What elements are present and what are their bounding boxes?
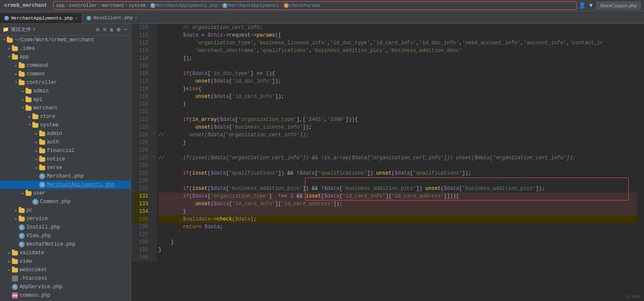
tab-base-client[interactable]: C BaseClient.php ✕	[82, 12, 142, 23]
tree-admin[interactable]: ▶ admin	[0, 87, 131, 95]
code-lines[interactable]: // organization_cert_info; $data = $this…	[157, 24, 644, 261]
user-icon[interactable]: 👤 ▼	[578, 2, 593, 9]
tree-app[interactable]: ▼ app	[0, 53, 131, 61]
serve-label: serve	[47, 165, 62, 171]
tree-store[interactable]: ▶ store	[0, 112, 131, 121]
editor-area[interactable]: 110 111 112 113 114 115 116 117 118 119 …	[131, 24, 644, 301]
store-coupon-button[interactable]: StoreCoupon.php	[596, 2, 641, 9]
tree-admin2[interactable]: ▶ admin	[0, 129, 131, 138]
code-line-134: }	[158, 208, 637, 215]
code-line-124: // unset($data['organization_cert_info']…	[158, 131, 637, 139]
tab-close-2[interactable]: ✕	[135, 15, 138, 20]
merchant-label: merchant	[33, 105, 58, 111]
tree-view-folder[interactable]: ▶ view	[0, 257, 131, 266]
user-arrow: ▶	[20, 191, 26, 196]
code-line-131: if(isset($data['business_addition_pics']…	[158, 185, 637, 192]
validate-arrow: ▶	[7, 251, 12, 255]
common-label: common	[26, 71, 45, 77]
tree-install-php[interactable]: C Install.php	[0, 223, 131, 232]
project-title-bar: 📁 项目文件 ▼	[3, 26, 93, 33]
tab-label-1: MerchantApplyments.php	[11, 16, 73, 21]
tree-serve[interactable]: ▶ serve	[0, 163, 131, 172]
tree-financial[interactable]: ▶ financial	[0, 146, 131, 155]
tree-appservice-php[interactable]: C AppService.php	[0, 283, 131, 291]
tree-root[interactable]: ▼ ~/Code/Work/crmeb_merchant	[0, 36, 131, 44]
controller-folder-icon	[19, 80, 25, 85]
code-line-118: }else{	[158, 85, 637, 93]
admin-label: admin	[33, 88, 49, 94]
breadcrumb-controller[interactable]: controller	[69, 3, 97, 8]
store-folder-icon	[32, 115, 38, 119]
view-folder-arrow: ▶	[7, 259, 12, 264]
line-numbers: 110 111 112 113 114 115 116 117 118 119 …	[131, 24, 152, 261]
app-arrow: ▼	[7, 55, 12, 59]
tree-notice[interactable]: ▶ notice	[0, 155, 131, 163]
tab-icon-c2: C	[86, 16, 91, 20]
code-line-122: if(in_array($data['organization_type'],[…	[158, 116, 637, 123]
tree-system[interactable]: ▼ system	[0, 121, 131, 129]
tree-merchantapplyments-php[interactable]: C MerchantApplyments.php	[0, 181, 131, 189]
tabs-bar: C MerchantApplyments.php ✕ C BaseClient.…	[0, 11, 644, 24]
class-c-icon: C	[222, 3, 227, 8]
tree-controller[interactable]: ▼ controller	[0, 78, 131, 87]
code-line-127: // if(isset($data['organization_cert_inf…	[158, 154, 637, 162]
idea-arrow: ▶	[7, 46, 12, 51]
financial-folder-icon	[39, 149, 45, 153]
tree-htaccess[interactable]: .htaccess	[0, 274, 131, 283]
tree-common-php[interactable]: C Common.php	[0, 198, 131, 206]
auth-folder-icon	[39, 140, 45, 145]
tree-common2-php[interactable]: php common.php	[0, 291, 131, 300]
minimize-btn[interactable]: −	[123, 26, 128, 34]
tree-command[interactable]: ▶ command	[0, 61, 131, 70]
tree-websocket[interactable]: ▶ webscoket	[0, 266, 131, 274]
locate-btn[interactable]: ⊙	[95, 25, 100, 34]
tree-view-php[interactable]: C View.php	[0, 232, 131, 240]
breadcrumb-app[interactable]: app	[56, 3, 65, 8]
notice-arrow: ▶	[34, 157, 39, 162]
expand-btn[interactable]: ⇅	[109, 25, 114, 34]
method-m-icon: m	[284, 3, 289, 8]
code-line-114: ]);	[158, 54, 637, 62]
collapse-btn[interactable]: ≡	[102, 26, 107, 34]
tree-wechat-php[interactable]: C WechatNotice.php	[0, 240, 131, 249]
tree-idea[interactable]: ▶ .idea	[0, 44, 131, 53]
system-folder-icon	[32, 123, 38, 128]
gutter: ▹ ▹	[152, 24, 157, 261]
tab-close-1[interactable]: ✕	[75, 16, 78, 21]
tree-api[interactable]: ▶ api	[0, 95, 131, 104]
validate-label: validate	[20, 250, 44, 256]
tree-user[interactable]: ▶ user	[0, 189, 131, 198]
tree-merchant[interactable]: ▼ merchant	[0, 104, 131, 112]
tree-merchant-php[interactable]: C Merchant.php	[0, 172, 131, 181]
tree-common[interactable]: ▶ common	[0, 70, 131, 78]
project-label: 项目文件	[11, 26, 31, 33]
breadcrumb-merchantapplyments[interactable]: MerchantApplyments.php	[156, 3, 218, 8]
breadcrumb-class[interactable]: MerchantApplyments	[228, 3, 279, 8]
pc-folder-icon	[19, 208, 25, 213]
settings-btn[interactable]: ⚙	[116, 25, 121, 34]
top-right: 👤 ▼ StoreCoupon.php	[578, 2, 644, 9]
auth-label: auth	[47, 139, 59, 145]
common2-icon: php	[12, 292, 18, 298]
code-line-123: unset($data['business_license_info']);	[158, 123, 637, 131]
financial-label: financial	[47, 148, 75, 154]
code-line-140	[158, 254, 637, 261]
breadcrumb-method[interactable]: checkParams	[290, 3, 321, 8]
code-line-120: }	[158, 100, 637, 108]
tree-pc[interactable]: ▶ pc	[0, 206, 131, 215]
service-label: service	[26, 216, 48, 222]
api-arrow: ▶	[20, 97, 26, 102]
tree-validate[interactable]: ▶ validate	[0, 249, 131, 257]
admin2-label: admin	[47, 131, 62, 137]
code-line-121	[158, 108, 637, 116]
code-line-136: return $data;	[158, 223, 637, 231]
validate-folder-icon	[12, 251, 18, 255]
api-label: api	[33, 97, 43, 103]
code-line-112: 'organization_type','business_license_in…	[158, 39, 637, 47]
breadcrumb-merchant[interactable]: merchant	[102, 3, 124, 8]
tab-merchant-applyments[interactable]: C MerchantApplyments.php ✕	[0, 12, 82, 23]
tree-service[interactable]: ▶ service	[0, 215, 131, 223]
breadcrumb-system[interactable]: system	[129, 3, 146, 8]
dropdown-arrow[interactable]: ▼	[33, 27, 35, 32]
tree-auth[interactable]: ▶ auth	[0, 138, 131, 146]
